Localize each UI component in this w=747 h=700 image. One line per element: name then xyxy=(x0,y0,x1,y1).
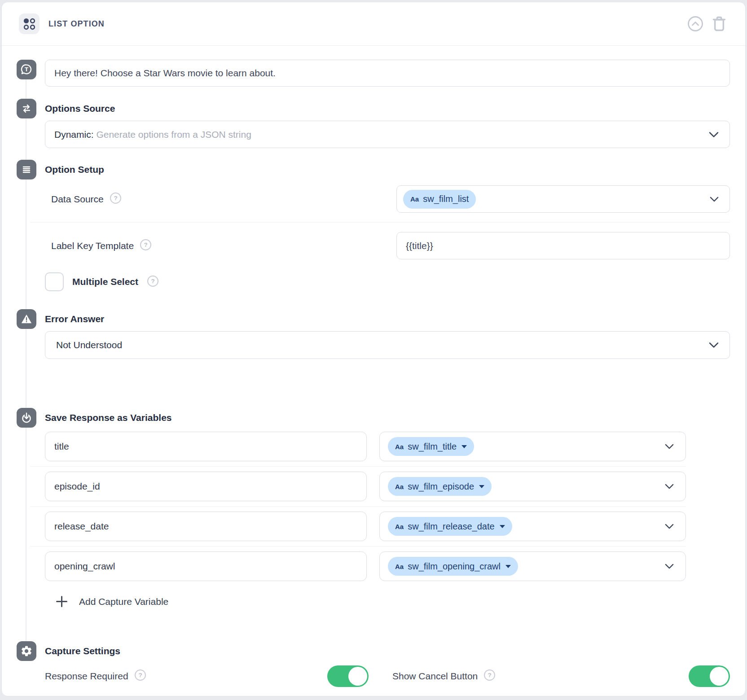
variable-name-input[interactable] xyxy=(45,551,367,581)
options-source-placeholder: Generate options from a JSON string xyxy=(96,129,251,140)
show-cancel-button-toggle[interactable] xyxy=(689,665,730,687)
option-setup-heading: Option Setup xyxy=(45,160,730,179)
options-source-select[interactable]: Dynamic: Generate options from a JSON st… xyxy=(45,121,730,148)
show-cancel-button-label: Show Cancel Button xyxy=(392,671,478,682)
options-source-icon xyxy=(17,99,36,118)
chevron-down-icon xyxy=(710,197,719,202)
chevron-down-icon xyxy=(665,524,674,529)
capture-variable-row: Aa sw_film_opening_crawl xyxy=(45,551,686,581)
response-required-toggle[interactable] xyxy=(327,665,369,687)
label-key-template-label: Label Key Template xyxy=(51,241,134,251)
option-setup-icon xyxy=(17,160,36,179)
plus-icon xyxy=(55,595,69,608)
help-icon[interactable]: ? xyxy=(140,239,152,253)
variable-select[interactable]: Aa sw_film_release_date xyxy=(379,512,686,541)
variable-pill: Aa sw_film_release_date xyxy=(388,517,512,536)
variable-name-input[interactable] xyxy=(45,512,367,541)
chevron-down-icon xyxy=(665,564,674,569)
data-source-variable: sw_film_list xyxy=(423,194,469,204)
error-answer-heading: Error Answer xyxy=(45,309,730,329)
capture-variable-row: Aa sw_film_release_date xyxy=(45,512,686,541)
svg-text:?: ? xyxy=(144,241,147,248)
svg-text:?: ? xyxy=(114,195,117,201)
error-answer-select[interactable]: Not Understood xyxy=(45,331,730,359)
svg-text:?: ? xyxy=(151,278,154,284)
help-icon[interactable]: ? xyxy=(110,192,122,206)
list-option-icon xyxy=(19,13,40,34)
multiple-select-checkbox[interactable] xyxy=(45,272,64,291)
collapse-block-button[interactable] xyxy=(687,15,704,32)
variable-name-input[interactable] xyxy=(45,472,367,501)
variable-select[interactable]: Aa sw_film_title xyxy=(379,432,686,461)
chevron-down-icon xyxy=(665,444,674,449)
capture-variable-row: Aa sw_film_title xyxy=(45,432,686,461)
chevron-down-icon xyxy=(709,131,719,137)
variable-pill: Aa sw_film_opening_crawl xyxy=(388,557,518,576)
variable-pill: Aa sw_film_episode xyxy=(388,477,492,496)
options-source-value: Dynamic: xyxy=(54,129,94,140)
row-divider xyxy=(30,222,730,223)
options-source-heading: Options Source xyxy=(45,99,730,118)
capture-settings-heading: Capture Settings xyxy=(45,641,730,661)
text-message-icon: T xyxy=(17,60,36,79)
variable-name-input[interactable] xyxy=(45,432,367,461)
chevron-down-icon xyxy=(709,342,719,348)
message-text-input[interactable] xyxy=(45,60,730,87)
svg-text:?: ? xyxy=(138,672,142,678)
multiple-select-label: Multiple Select xyxy=(72,276,138,287)
variable-select[interactable]: Aa sw_film_episode xyxy=(379,472,686,501)
data-source-label: Data Source xyxy=(51,194,104,205)
capture-variable-list: Aa sw_film_title Aa sw_film_episode Aa s… xyxy=(45,432,686,581)
response-required-label: Response Required xyxy=(45,671,128,682)
list-option-block-card: LIST OPTION T xyxy=(1,2,746,696)
save-response-icon xyxy=(17,408,36,428)
variable-pill: Aa sw_film_list xyxy=(403,190,476,209)
help-icon[interactable]: ? xyxy=(483,669,496,683)
capture-variable-row: Aa sw_film_episode xyxy=(45,472,686,501)
pill-caret-icon xyxy=(479,485,484,488)
variable-pill: Aa sw_film_title xyxy=(388,437,474,456)
help-icon[interactable]: ? xyxy=(147,275,159,289)
svg-text:T: T xyxy=(25,66,28,73)
variable-select[interactable]: Aa sw_film_opening_crawl xyxy=(379,551,686,581)
delete-block-button[interactable] xyxy=(711,15,727,32)
block-header: LIST OPTION xyxy=(2,2,745,46)
error-answer-value: Not Understood xyxy=(56,340,122,350)
chevron-down-icon xyxy=(665,484,674,489)
svg-text:?: ? xyxy=(488,672,492,678)
pill-caret-icon xyxy=(505,565,511,568)
help-icon[interactable]: ? xyxy=(134,669,146,683)
pill-caret-icon xyxy=(461,445,467,448)
pill-caret-icon xyxy=(500,525,505,528)
add-capture-variable-button[interactable]: Add Capture Variable xyxy=(45,595,168,608)
block-title: LIST OPTION xyxy=(48,19,105,29)
gear-icon xyxy=(17,641,36,661)
save-response-heading: Save Response as Variables xyxy=(45,408,730,428)
error-warning-icon xyxy=(17,309,36,329)
label-key-template-input[interactable] xyxy=(396,232,730,259)
data-source-select[interactable]: Aa sw_film_list xyxy=(396,185,730,213)
